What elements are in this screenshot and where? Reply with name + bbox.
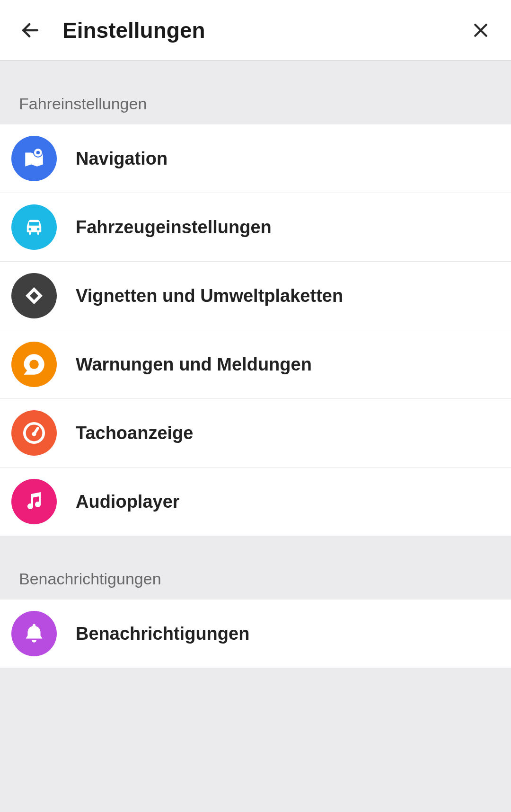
item-label: Warnungen und Meldungen (76, 354, 312, 375)
bell-icon (22, 622, 46, 645)
close-icon (471, 21, 490, 40)
item-label: Tachoanzeige (76, 423, 193, 443)
svg-point-8 (29, 360, 39, 369)
section-header-driving: Fahreinstellungen (0, 61, 511, 124)
page-title: Einstellungen (62, 18, 205, 43)
icon-circle (11, 611, 57, 656)
alert-circle-icon (22, 352, 46, 377)
icon-circle (11, 204, 57, 250)
list-item-audioplayer[interactable]: Audioplayer (0, 468, 511, 536)
arrow-left-icon (20, 20, 41, 41)
item-label: Fahrzeugeinstellungen (76, 217, 272, 238)
icon-circle (11, 479, 57, 524)
list-item-vignettes[interactable]: Vignetten und Umweltplaketten (0, 262, 511, 330)
icon-circle (11, 342, 57, 387)
svg-line-11 (34, 428, 38, 434)
list-item-vehicle-settings[interactable]: Fahrzeugeinstellungen (0, 193, 511, 262)
car-icon (22, 215, 46, 239)
item-label: Navigation (76, 149, 167, 169)
item-label: Benachrichtigungen (76, 624, 249, 644)
icon-circle (11, 136, 57, 181)
speedometer-icon (21, 420, 47, 446)
section-header-notifications: Benachrichtigungen (0, 536, 511, 600)
svg-point-5 (29, 228, 32, 231)
diamond-icon (23, 284, 45, 307)
list-notifications: Benachrichtigungen (0, 600, 511, 668)
item-label: Vignetten und Umweltplaketten (76, 286, 343, 306)
icon-circle (11, 273, 57, 318)
list-item-notifications[interactable]: Benachrichtigungen (0, 600, 511, 668)
svg-point-4 (36, 151, 40, 155)
list-item-speedometer[interactable]: Tachoanzeige (0, 399, 511, 468)
close-button[interactable] (467, 17, 494, 44)
icon-circle (11, 410, 57, 456)
music-icon (23, 490, 45, 513)
header-bar: Einstellungen (0, 0, 511, 61)
svg-rect-7 (29, 222, 39, 226)
item-label: Audioplayer (76, 492, 180, 512)
back-button[interactable] (17, 17, 44, 44)
list-driving: Navigation Fahrzeugeinstellungen Vignett… (0, 124, 511, 536)
svg-point-6 (37, 228, 40, 231)
map-pin-icon (22, 147, 46, 170)
list-item-navigation[interactable]: Navigation (0, 124, 511, 193)
list-item-warnings[interactable]: Warnungen und Meldungen (0, 330, 511, 399)
